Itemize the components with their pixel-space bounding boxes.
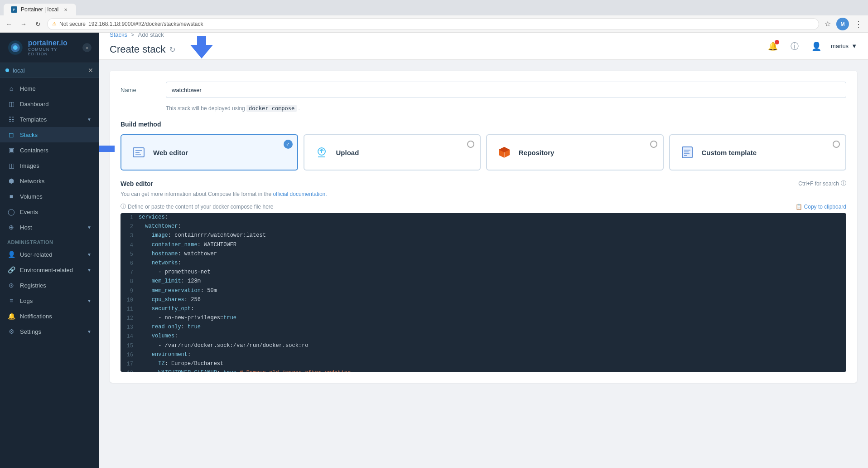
address-bar[interactable]: ⚠ Not secure 192.168.1.18:9000/#!/2/dock… (47, 18, 819, 30)
sidebar-item-volumes[interactable]: ■ Volumes (0, 189, 99, 204)
code-line: 15 - /var/run/docker.sock:/var/run/docke… (121, 341, 846, 351)
code-line: 18 WATCHTOWER_CLEANUP: true # Remove old… (121, 369, 846, 372)
browser-tab[interactable]: P Portainer | local ✕ (4, 4, 76, 15)
bookmark-button[interactable]: ☆ (823, 18, 833, 30)
notification-badge (775, 40, 779, 44)
line-number: 10 (121, 296, 139, 305)
sidebar-item-host[interactable]: ⊕ Host ▼ (0, 219, 99, 235)
tab-close-button[interactable]: ✕ (63, 6, 69, 13)
chevron-down-icon: ▼ (87, 252, 92, 257)
line-number: 3 (121, 231, 139, 240)
code-line: 6 networks: (121, 259, 846, 268)
user-menu[interactable]: marius ▼ (831, 43, 857, 49)
sidebar-item-label: Notifications (20, 313, 92, 320)
line-number: 12 (121, 314, 139, 323)
line-content: - prometheus-net (139, 268, 846, 277)
line-content: image: containrrr/watchtower:latest (139, 231, 846, 240)
code-line: 13 read_only: true (121, 323, 846, 332)
sidebar-item-dashboard[interactable]: ◫ Dashboard (0, 96, 99, 112)
help-icon: ⓘ (791, 41, 799, 52)
notifications-button[interactable]: 🔔 (766, 39, 780, 54)
line-content: networks: (139, 259, 846, 268)
sidebar-item-stacks[interactable]: ◻ Stacks (0, 127, 99, 142)
tab-favicon: P (11, 6, 17, 13)
method-repository[interactable]: Repository (486, 134, 664, 171)
env-close-button[interactable]: ✕ (88, 67, 93, 74)
custom-template-radio[interactable] (833, 141, 840, 148)
code-line: 8 mem_limit: 128m (121, 277, 846, 286)
editor-hint-text: Define or paste the content of your dock… (128, 204, 274, 210)
official-docs-link[interactable]: official documentation. (273, 191, 327, 197)
portainer-logo-icon (7, 39, 24, 56)
address-text: 192.168.1.18:9000/#!/2/docker/stacks/new… (88, 21, 203, 27)
arrow-decoration-left (99, 137, 117, 160)
sidebar-item-user-related[interactable]: 👤 User-related ▼ (0, 247, 99, 262)
line-content: - no-new-privileges=true (139, 314, 846, 323)
sidebar-item-label: Settings (20, 328, 82, 335)
name-input[interactable] (166, 82, 846, 98)
sidebar-item-images[interactable]: ◫ Images (0, 158, 99, 173)
name-field-row: Name (121, 82, 846, 98)
web-editor-label: Web editor (153, 149, 188, 156)
web-editor-header: Web editor Ctrl+F for search ⓘ (121, 180, 846, 187)
user-profile-button[interactable]: 👤 (809, 39, 824, 54)
sidebar-item-networks[interactable]: ⬢ Networks (0, 173, 99, 189)
search-hint-text: Ctrl+F for search (798, 180, 839, 187)
editor-toolbar: ⓘ Define or paste the content of your do… (121, 203, 846, 210)
sidebar-item-logs[interactable]: ≡ Logs ▼ (0, 293, 99, 308)
line-number: 13 (121, 323, 139, 332)
sidebar-item-label: Events (20, 209, 92, 215)
sidebar-collapse-button[interactable]: « (82, 43, 92, 52)
code-line: 16 environment: (121, 351, 846, 360)
name-label: Name (121, 87, 157, 93)
back-button[interactable]: ← (4, 19, 14, 29)
refresh-icon[interactable]: ↻ (169, 45, 175, 54)
templates-icon: ☷ (7, 116, 15, 123)
deploy-note: This stack will be deployed using docker… (121, 105, 846, 112)
line-number: 15 (121, 341, 139, 351)
svg-marker-3 (190, 36, 213, 58)
logo-text: portainer.io Community Edition (28, 39, 78, 56)
method-web-editor[interactable]: Web editor ✓ (121, 134, 298, 171)
sidebar-item-containers[interactable]: ▣ Containers (0, 142, 99, 158)
help-button[interactable]: ⓘ (787, 39, 802, 54)
username-label: marius (831, 43, 849, 49)
forward-button[interactable]: → (18, 19, 29, 29)
sidebar-item-label: Dashboard (20, 101, 92, 107)
line-content: - /var/run/docker.sock:/var/run/docker.s… (139, 341, 846, 351)
custom-template-icon (679, 144, 695, 161)
repository-radio[interactable] (650, 141, 657, 148)
sidebar-item-templates[interactable]: ☷ Templates ▼ (0, 112, 99, 127)
copy-to-clipboard-button[interactable]: 📋 Copy to clipboard (796, 204, 846, 210)
sidebar-item-home[interactable]: ⌂ Home (0, 81, 99, 96)
env-name: local (13, 67, 84, 74)
line-content: watchtower: (139, 222, 846, 231)
custom-template-label: Custom template (702, 149, 757, 156)
search-hint: Ctrl+F for search ⓘ (798, 180, 846, 187)
sidebar-item-environment-related[interactable]: 🔗 Environment-related ▼ (0, 262, 99, 278)
user-icon: 👤 (7, 251, 15, 258)
chevron-down-icon: ▼ (87, 225, 92, 230)
sidebar-item-registries[interactable]: ⊛ Registries (0, 278, 99, 293)
refresh-button[interactable]: ↻ (33, 19, 43, 29)
line-number: 16 (121, 351, 139, 360)
profile-button[interactable]: M (836, 18, 849, 30)
admin-section-label: Administration (0, 235, 99, 247)
method-custom-template[interactable]: Custom template (669, 134, 847, 171)
code-line: 12 - no-new-privileges=true (121, 314, 846, 323)
sidebar-item-label: Registries (20, 282, 92, 289)
upload-radio[interactable] (467, 141, 474, 148)
browser-menu-button[interactable]: ⋮ (853, 18, 864, 30)
sidebar-item-notifications[interactable]: 🔔 Notifications (0, 308, 99, 324)
chevron-down-icon: ▼ (87, 117, 92, 122)
settings-icon: ⚙ (7, 328, 15, 335)
sidebar-item-events[interactable]: ◯ Events (0, 204, 99, 219)
code-editor[interactable]: 1services:2 watchtower:3 image: containr… (121, 213, 846, 372)
line-number: 1 (121, 213, 139, 222)
line-number: 11 (121, 305, 139, 314)
breadcrumb-stacks-link[interactable]: Stacks (110, 33, 127, 38)
address-bar-row: ← → ↻ ⚠ Not secure 192.168.1.18:9000/#!/… (0, 15, 868, 33)
method-upload[interactable]: Upload (304, 134, 481, 171)
sidebar-item-settings[interactable]: ⚙ Settings ▼ (0, 324, 99, 339)
sidebar-item-label: Containers (20, 147, 92, 154)
